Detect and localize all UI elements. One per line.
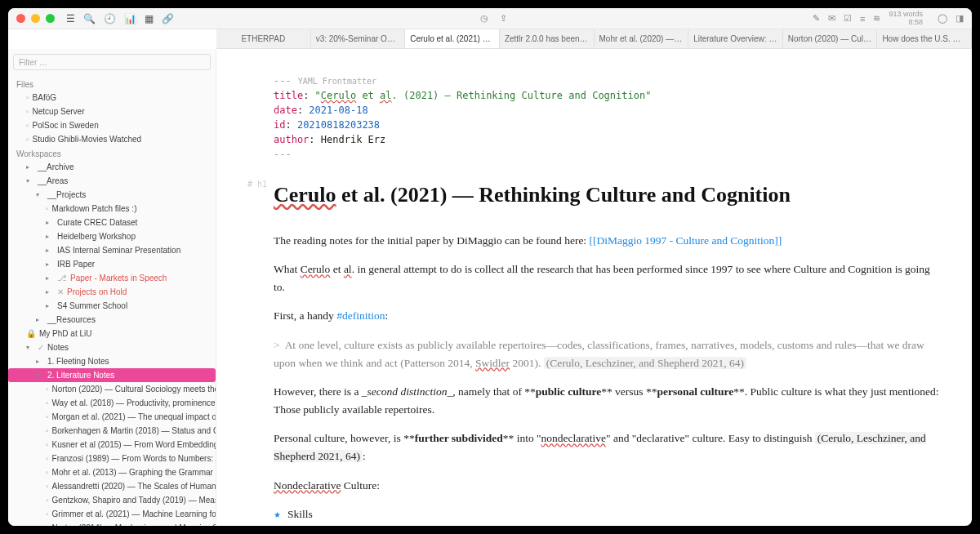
item-label: Notes [47,341,69,354]
file-item[interactable]: ▫Way et al. (2018) — Productivity, promi… [8,396,216,410]
file-item[interactable]: ▫Studio Ghibli-Movies Watched [8,132,216,146]
document-icon: ▫ [26,119,29,131]
chevron-icon: ▸ [46,272,54,284]
toolbar-center: ◷ ⇪ [174,13,813,24]
folder-item[interactable]: ▸S4 Summer School [8,299,216,313]
item-label: Kusner et al (2015) — From Word Embeddin… [52,438,216,451]
document-tab[interactable]: v3: 20%-Seminar Outline [311,29,406,48]
folder-item[interactable]: ▸IRB Paper [8,257,216,271]
tabbar: ETHERPADv3: 20%-Seminar OutlineCerulo et… [216,29,972,49]
paragraph: Personal culture, however, is **further … [274,429,939,465]
search-icon[interactable]: 🔍 [83,13,96,24]
wiki-link[interactable]: [[DiMaggio 1997 - Culture and Cognition]… [590,234,782,247]
item-label: __Areas [38,175,68,187]
chevron-icon: ▾ [36,369,44,381]
stats-icon[interactable]: 📊 [124,13,136,24]
document-tab[interactable]: ETHERPAD [216,29,311,48]
readability-icon[interactable]: ≋ [873,13,880,24]
folder-item[interactable]: ▸Heidelberg Workshop [8,229,216,243]
folder-item[interactable]: ▾__Projects [8,188,216,202]
item-label: Way et al. (2018) — Productivity, promin… [52,397,216,409]
item-label: Gentzkow, Shapiro and Taddy (2019) — Mea… [52,494,216,506]
pomodoro-icon[interactable]: ◷ [480,13,488,24]
chevron-icon: ▾ [26,175,34,187]
edit-icon[interactable]: ✎ [813,13,820,24]
table-icon[interactable]: ▦ [145,13,154,24]
item-label: Morgan et al. (2021) — The unequal impac… [52,411,216,423]
folder-item[interactable]: ▾✓Notes [8,340,216,354]
file-item[interactable]: ▫Mohr et al. (2013) — Graphing the Gramm… [8,465,216,479]
folder-item[interactable]: ▸1. Fleeting Notes [8,354,216,368]
file-item[interactable]: 🔒My PhD at LiU [8,327,216,340]
recent-docs-icon[interactable]: 🕘 [104,13,116,24]
item-label: Franzosi (1989) — From Words to Numbers:… [52,452,216,465]
chevron-icon: ▸ [46,216,54,229]
item-icon: ▫ [46,438,49,451]
item-icon: ▫ [46,480,49,492]
chevron-icon: ▾ [36,189,44,201]
folder-item[interactable]: ▸__Resources [8,313,216,327]
folder-item[interactable]: ▸Curate CREC Dataset [8,216,216,229]
item-label: IRB Paper [57,258,95,270]
toolbar-left: ☰ 🔍 🕘 📊 ▦ 🔗 [66,13,174,24]
file-item[interactable]: ▫PolSoc in Sweden [8,118,216,132]
insert-icon[interactable]: ≡ [860,14,865,24]
document-tab[interactable]: Norton (2020) — Cultural Sociology m [783,29,878,48]
bullet-list: SkillsDispositionsSchemasPrototypes [274,505,939,526]
document-title: # h1 Cerulo et al. (2021) — Rethinking C… [274,178,939,212]
workspaces-header: Workspaces [8,146,216,160]
file-item[interactable]: ▫Morgan et al. (2021) — The unequal impa… [8,410,216,424]
comment-icon[interactable]: ✉ [828,13,835,24]
share-icon[interactable]: ⇪ [500,13,507,24]
editor[interactable]: ---YAML Frontmatter title: "Cerulo et al… [216,49,972,526]
paragraph: Nondeclarative Culture: [274,477,939,495]
file-item[interactable]: ▫Norton (2020) — Cultural Sociology meet… [8,382,216,396]
toggle-right-sidebar-icon[interactable]: ◨ [956,13,964,24]
folder-item[interactable]: ▸⎇Paper - Markets in Speech [8,271,216,285]
paragraph: However, there is a _second distinction_… [274,383,939,418]
file-item[interactable]: ▫Grimmer et al. (2021) — Machine Learnin… [8,507,216,521]
tasks-icon[interactable]: ☑ [844,13,852,24]
item-icon: ▫ [46,452,49,465]
folder-item[interactable]: ▾__Areas [8,174,216,188]
file-item[interactable]: ▫Netcup Server [8,105,216,118]
minimize-button[interactable] [31,14,40,23]
file-item[interactable]: ▫Borkenhagen & Martin (2018) — Status an… [8,424,216,438]
link-icon[interactable]: 🔗 [162,13,174,24]
item-label: Mohr et al. (2013) — Graphing the Gramma… [52,466,216,478]
settings-icon[interactable]: ◯ [938,13,947,24]
blockquote: >At one level, culture exists as publicl… [274,336,939,372]
file-item[interactable]: ▫Markdown Patch files :) [8,202,216,216]
chevron-icon: ▸ [26,161,34,173]
file-item[interactable]: ▫Kusner et al (2015) — From Word Embeddi… [8,438,216,452]
item-icon: ▫ [46,522,49,526]
file-item[interactable]: ▫Alessandretti (2020) — The Scales of Hu… [8,479,216,493]
item-icon: 🔒 [26,327,36,340]
yaml-frontmatter: ---YAML Frontmatter title: "Cerulo et al… [274,73,939,162]
folder-item[interactable]: ▸✕Projects on Hold [8,285,216,299]
chevron-icon: ▸ [46,300,54,312]
document-tab[interactable]: Mohr et al. (2020) — Measuring Cultur [595,29,689,48]
chevron-icon: ▸ [46,230,54,243]
file-item[interactable]: ▫Gentzkow, Shapiro and Taddy (2019) — Me… [8,493,216,507]
toolbar-right: ✎ ✉ ☑ ≡ ≋ 913 words 8:58 ◯ ◨ [813,11,964,27]
document-tab[interactable]: Cerulo et al. (2021) — Rethinking Cult… [405,29,500,48]
close-button[interactable] [16,14,25,23]
document-tab[interactable]: Zettlr 2.0.0 has been released [500,29,595,48]
filter-input[interactable]: Filter … [13,54,211,70]
file-item[interactable]: ▫Franzosi (1989) — From Words to Numbers… [8,452,216,465]
file-item[interactable]: ▫BAföG [8,91,216,105]
document-tab[interactable]: How does the U.S. Congress Work? [877,29,972,48]
file-item[interactable]: ▫Norton (2014) — Mechanisms and Meaning … [8,521,216,526]
maximize-button[interactable] [46,14,55,23]
folder-item[interactable]: ▾2. Literature Notes [8,368,216,382]
document-tab[interactable]: Literature Overview: CREC in Political I [688,29,783,48]
folder-item[interactable]: ▸IAS Internal Seminar Presentation [8,243,216,257]
folder-item[interactable]: ▸__Archive [8,160,216,174]
item-label: Projects on Hold [67,286,127,298]
toggle-sidebar-icon[interactable]: ☰ [66,13,75,24]
citation[interactable]: (Cerulo, Leschziner, and Shepherd 2021, … [544,357,746,369]
item-icon: ▫ [46,383,49,395]
hashtag[interactable]: #definition [336,309,385,322]
chevron-icon: ▸ [36,355,44,367]
